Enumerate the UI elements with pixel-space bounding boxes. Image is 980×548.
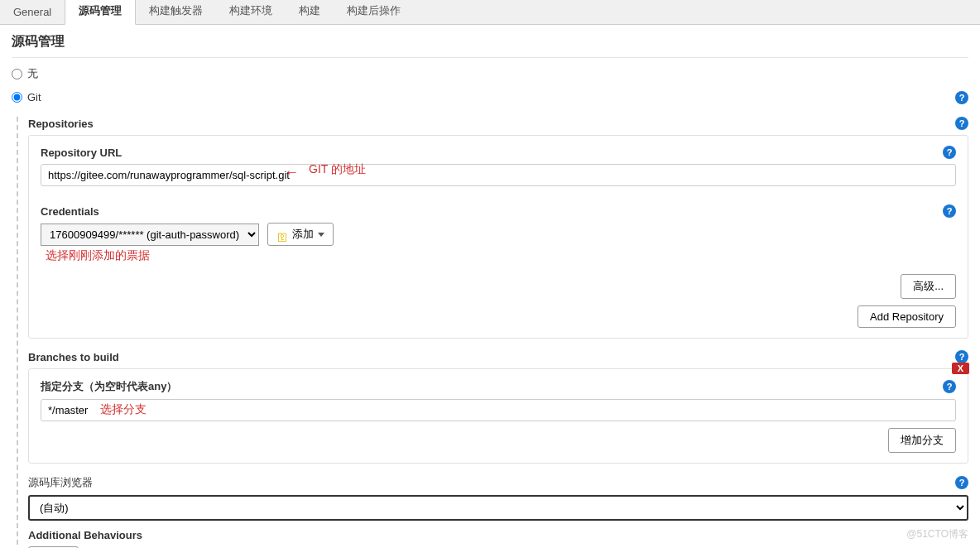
credentials-select[interactable]: 17600909499/****** (git-auth-password) (41, 224, 259, 246)
credentials-label: Credentials (41, 205, 99, 218)
branches-box: X 指定分支（为空时代表any） ? 选择分支 增加分支 (28, 368, 968, 464)
add-branch-button[interactable]: 增加分支 (888, 428, 956, 453)
help-icon[interactable]: ? (955, 476, 968, 489)
repositories-label: Repositories (28, 118, 94, 130)
annotation-git-url: GIT 的地址 (309, 162, 366, 177)
help-icon[interactable]: ? (955, 91, 968, 104)
radio-git[interactable] (12, 92, 22, 103)
tab-triggers[interactable]: 构建触发器 (136, 0, 216, 24)
branch-specifier-label: 指定分支（为空时代表any） (41, 379, 177, 394)
watermark: @51CTO博客 (906, 527, 968, 541)
annotation-arrow: ← (284, 164, 299, 181)
radio-git-label: Git (27, 91, 41, 103)
help-icon[interactable]: ? (943, 380, 956, 393)
radio-none-label: 无 (27, 66, 38, 81)
add-repository-button[interactable]: Add Repository (858, 305, 956, 328)
delete-branch-button[interactable]: X (952, 363, 969, 374)
tabs-bar: General 源码管理 构建触发器 构建环境 构建 构建后操作 (0, 0, 980, 25)
branch-specifier-input[interactable] (41, 399, 956, 421)
radio-none[interactable] (12, 69, 22, 79)
additional-behaviours-label: Additional Behaviours (28, 529, 142, 541)
repository-box: Repository URL ? ← GIT 的地址 Credentials ?… (28, 135, 968, 339)
branches-label: Branches to build (28, 351, 119, 363)
tab-post[interactable]: 构建后操作 (334, 0, 414, 24)
tab-general[interactable]: General (0, 0, 65, 24)
annotation-credentials: 选择刚刚添加的票据 (46, 248, 150, 263)
repository-url-label: Repository URL (41, 147, 122, 159)
tab-build[interactable]: 构建 (286, 0, 334, 24)
advanced-button[interactable]: 高级... (901, 274, 956, 299)
repo-browser-label: 源码库浏览器 (28, 475, 93, 490)
annotation-branch: 选择分支 (100, 402, 147, 417)
repository-url-input[interactable] (41, 164, 956, 186)
help-icon[interactable]: ? (955, 117, 968, 130)
tab-env[interactable]: 构建环境 (216, 0, 286, 24)
repo-browser-select[interactable]: (自动) (28, 495, 968, 521)
section-title: 源码管理 (12, 33, 968, 50)
chevron-down-icon (318, 233, 324, 237)
tab-scm[interactable]: 源码管理 (65, 0, 136, 25)
help-icon[interactable]: ? (943, 146, 956, 159)
add-credentials-button[interactable]: 添加 (267, 223, 334, 246)
help-icon[interactable]: ? (943, 204, 956, 218)
key-icon (276, 231, 288, 238)
help-icon[interactable]: ? (955, 350, 968, 363)
divider (12, 57, 968, 58)
